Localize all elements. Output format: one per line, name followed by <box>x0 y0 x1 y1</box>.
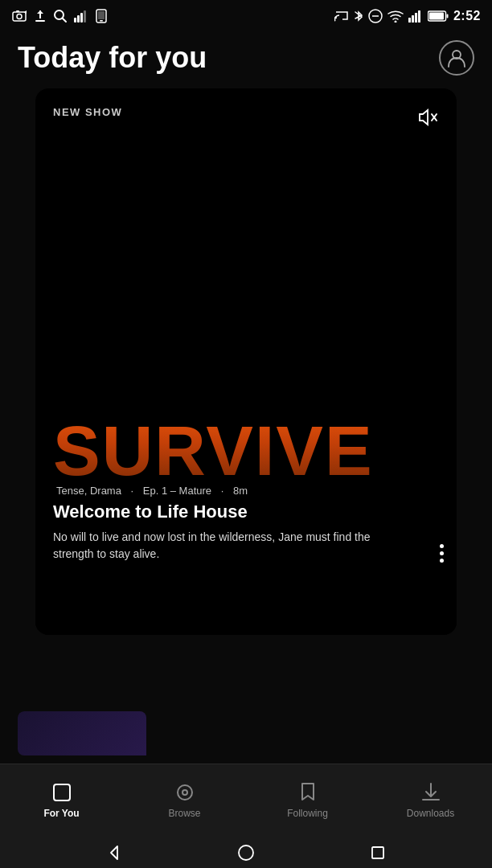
upload-icon <box>34 9 47 23</box>
recent-button[interactable] <box>368 843 387 862</box>
show-title-display: SURVIVE <box>35 416 457 486</box>
peek-card <box>18 711 146 755</box>
status-icons-right: 2:52 <box>334 9 481 23</box>
tab-browse[interactable]: Browse <box>123 764 246 837</box>
bottom-navigation: For You Browse Following <box>0 764 492 868</box>
svg-point-36 <box>239 845 253 860</box>
for-you-label: For You <box>43 808 79 819</box>
more-options-button[interactable] <box>440 544 444 563</box>
svg-rect-22 <box>415 13 417 23</box>
dot2 <box>440 551 444 555</box>
svg-point-31 <box>178 785 192 800</box>
camera-icon <box>11 10 27 23</box>
svg-marker-35 <box>111 846 117 859</box>
svg-point-16 <box>334 19 336 22</box>
svg-point-32 <box>182 790 187 795</box>
show-description: No will to live and now lost in the wild… <box>53 529 412 563</box>
svg-line-8 <box>63 18 67 23</box>
separator1: · <box>131 485 137 497</box>
svg-rect-11 <box>80 13 83 23</box>
user-icon <box>446 47 467 68</box>
search-icon <box>53 9 68 23</box>
genres: Tense, Drama <box>56 485 121 497</box>
tab-following[interactable]: Following <box>246 764 369 837</box>
svg-rect-14 <box>98 11 105 19</box>
svg-rect-10 <box>77 15 80 23</box>
battery-icon <box>428 10 449 22</box>
svg-point-1 <box>17 14 22 19</box>
dot1 <box>440 544 444 548</box>
downloads-icon <box>420 782 441 803</box>
downloads-label: Downloads <box>407 808 454 819</box>
show-tag: NEW SHOW <box>53 106 122 118</box>
home-button[interactable] <box>236 843 256 862</box>
user-avatar[interactable] <box>439 40 474 76</box>
signal-icon <box>74 10 88 23</box>
survive-text: SURVIVE <box>53 411 374 490</box>
svg-rect-23 <box>418 10 420 23</box>
svg-rect-25 <box>446 14 448 18</box>
duration: 8m <box>233 485 248 497</box>
svg-rect-30 <box>54 784 70 800</box>
cast-icon <box>334 10 349 22</box>
time-display: 2:52 <box>453 9 481 23</box>
svg-marker-6 <box>37 10 43 14</box>
mute-button[interactable] <box>413 103 442 132</box>
svg-rect-4 <box>35 20 45 22</box>
card-metadata: Tense, Drama · Ep. 1 – Mature · 8m Welco… <box>53 485 412 563</box>
svg-rect-37 <box>372 847 383 858</box>
svg-rect-20 <box>408 18 411 23</box>
peek-strip <box>18 711 474 755</box>
dot3 <box>440 559 444 563</box>
page-header: Today for you <box>0 32 492 88</box>
for-you-icon <box>51 782 72 803</box>
following-label: Following <box>287 808 328 819</box>
status-icons-left <box>11 9 108 23</box>
minus-icon <box>368 9 383 23</box>
svg-rect-12 <box>84 10 86 23</box>
tab-for-you[interactable]: For You <box>0 764 123 837</box>
wifi-icon <box>387 10 404 23</box>
browse-icon <box>174 782 195 803</box>
system-nav-bar <box>0 837 492 868</box>
mute-icon <box>416 108 439 127</box>
tab-downloads[interactable]: Downloads <box>369 764 492 837</box>
episode-info: Ep. 1 – Mature <box>143 485 211 497</box>
genre-info: Tense, Drama · Ep. 1 – Mature · 8m <box>53 485 412 497</box>
following-icon <box>297 782 318 803</box>
svg-point-19 <box>394 21 396 23</box>
cellular-icon <box>408 10 423 23</box>
separator2: · <box>221 485 227 497</box>
nav-tabs-container: For You Browse Following <box>0 764 492 837</box>
episode-title: Welcome to Life House <box>53 502 412 522</box>
svg-rect-9 <box>74 18 76 23</box>
svg-rect-15 <box>100 20 103 22</box>
featured-show-card[interactable]: NEW SHOW SURVIVE Tense, Drama · Ep. 1 – … <box>35 88 457 635</box>
bluetooth-icon <box>354 9 363 23</box>
svg-rect-21 <box>412 15 414 23</box>
back-button[interactable] <box>105 843 124 862</box>
phone-icon <box>95 9 108 23</box>
page-title: Today for you <box>18 40 207 75</box>
browse-label: Browse <box>168 808 200 819</box>
svg-rect-2 <box>16 10 19 12</box>
svg-rect-26 <box>429 13 444 20</box>
svg-rect-0 <box>13 12 26 21</box>
status-bar: 2:52 <box>0 0 492 32</box>
